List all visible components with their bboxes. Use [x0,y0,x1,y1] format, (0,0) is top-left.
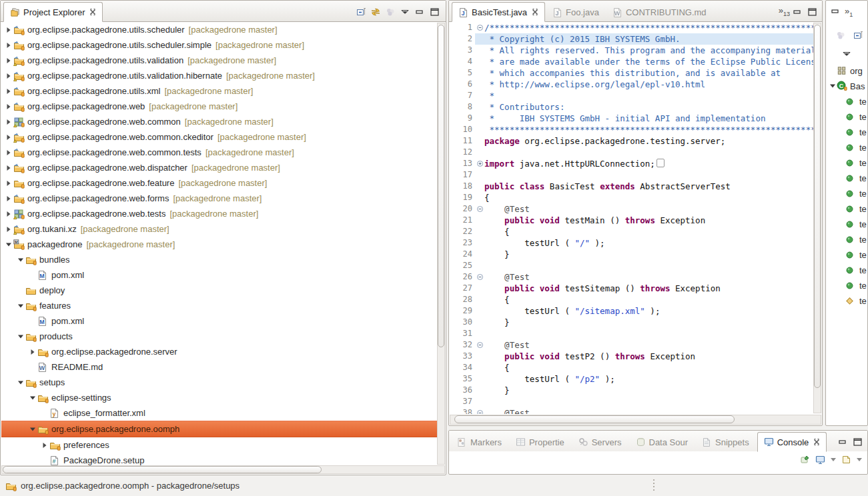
fold-collapse-icon[interactable] [475,271,484,283]
collapsed-arrow-icon[interactable] [4,117,13,127]
collapsed-arrow-icon[interactable] [4,163,13,173]
code-line[interactable]: 8 * Contributors: [450,101,813,113]
sash-drag-handle[interactable] [653,479,655,491]
tree-item[interactable]: eclipse-settings [1,390,437,405]
expanded-arrow-icon[interactable] [16,301,25,311]
tree-item[interactable]: org.eclipse.packagedrone.web.common.test… [1,145,437,160]
fold-expand-icon[interactable] [475,158,484,169]
code-line[interactable]: 22 { [450,226,813,237]
collapsed-arrow-icon[interactable] [16,286,25,295]
tree-item[interactable]: org.eclipse.packagedrone.oomph [1,421,437,437]
expanded-arrow-icon[interactable] [16,332,25,341]
display-console-icon[interactable] [815,455,825,465]
tree-item[interactable]: org.eclipse.packagedrone.utils.validatio… [1,53,437,68]
code-line[interactable]: 36 } [450,385,813,396]
tree-item[interactable]: bundles [1,252,437,267]
collapsed-arrow-icon[interactable] [28,363,37,372]
maximize-icon[interactable] [427,5,442,19]
tree-item[interactable]: org.tukani.xz[packagedrone master] [1,221,437,237]
collapsed-arrow-icon[interactable] [4,56,13,65]
code-line[interactable]: 38 @Test [450,407,813,414]
code-line[interactable]: 7 * [450,90,813,101]
minimize-icon[interactable] [790,5,805,19]
collapsed-arrow-icon[interactable] [4,87,13,96]
view-tab-console[interactable]: Console [757,432,827,452]
code-line[interactable]: 18public class BasicTest extends Abstrac… [450,181,813,192]
tab-project-explorer[interactable]: Project Explorer [3,2,103,22]
code-line[interactable]: 28 { [450,294,813,305]
tree-item[interactable]: org.eclipse.packagedrone.web.dispatcher[… [1,160,437,175]
collapsed-arrow-icon[interactable] [40,409,49,418]
code-line[interactable]: 25 [450,260,813,271]
code-line[interactable]: 1/**************************************… [450,22,813,33]
tree-item[interactable]: org.eclipse.packagedrone.web.feature[pac… [1,175,437,191]
code-line[interactable]: 37 [450,396,813,407]
close-icon[interactable] [532,9,538,15]
close-icon[interactable] [89,9,96,15]
outline-item[interactable]: te [829,247,867,263]
editor-hscroll-thumb[interactable] [454,415,735,423]
outline-item[interactable]: te [829,125,867,140]
more-editors-chevron[interactable]: »13 [779,5,790,17]
editor-tab[interactable]: JFoo.java [546,3,605,21]
collapsed-arrow-icon[interactable] [4,25,13,35]
code-line[interactable]: 29 testUrl ( "/sitemap.xml" ); [450,305,813,317]
expanded-arrow-icon[interactable] [28,393,37,403]
outline-item[interactable]: te [829,94,867,109]
vscroll-thumb[interactable] [438,25,444,347]
fold-collapse-icon[interactable] [475,339,484,351]
editor-tab[interactable]: JBasicTest.java [452,2,545,22]
code-line[interactable]: 11package org.eclipse.packagedrone.testi… [450,135,813,147]
tree-item[interactable]: deploy [1,283,437,298]
collapsed-arrow-icon[interactable] [40,456,49,465]
collapsed-arrow-icon[interactable] [4,71,13,81]
view-tab-servers[interactable]: Servers [572,433,628,451]
code-line[interactable]: 3 * All rights reserved. This program an… [450,45,813,56]
code-line[interactable]: 6 * http://www.eclipse.org/legal/epl-v10… [450,79,813,90]
outline-item[interactable]: te [829,232,867,247]
outline-item[interactable]: te [829,186,867,201]
minimize-icon[interactable] [835,435,850,449]
code-line[interactable]: 10 *************************************… [450,124,813,135]
folded-region-icon[interactable] [657,159,665,167]
tree-item[interactable]: products [1,329,437,344]
close-icon[interactable] [813,439,820,445]
collapsed-arrow-icon[interactable] [4,133,13,142]
tree-item[interactable]: features [1,298,437,313]
code-line[interactable]: 31 [450,328,813,339]
expanded-arrow-icon[interactable] [16,255,25,265]
pin-console-icon[interactable] [800,455,810,465]
code-line[interactable]: 19{ [450,192,813,203]
tree-item[interactable]: org.eclipse.packagedrone.web[packagedron… [1,99,437,114]
tree-item[interactable]: #PackageDrone.setup [1,453,437,465]
code-line[interactable]: 13import java.net.HttpURLConnection; [450,158,813,169]
expanded-arrow-icon[interactable] [16,378,25,387]
code-line[interactable]: 23 testUrl ( "/" ); [450,237,813,249]
fold-collapse-icon[interactable] [475,203,484,215]
code-line[interactable]: 17 [450,169,813,181]
collapsed-arrow-icon[interactable] [4,179,13,188]
outline-item[interactable]: te [829,263,867,278]
outline-item[interactable]: te [829,140,867,155]
code-line[interactable]: 24 } [450,249,813,260]
link-with-editor-icon[interactable] [368,5,383,19]
collapsed-arrow-icon[interactable] [28,347,37,357]
outline-item[interactable]: org [829,63,867,79]
view-menu-icon[interactable] [843,51,851,57]
maximize-icon[interactable] [805,5,819,19]
code-line[interactable]: 9 * IBH SYSTEMS GmbH - initial API and i… [450,113,813,124]
minimize-icon[interactable] [831,8,839,15]
code-line[interactable]: 26 @Test [450,271,813,283]
editor-vscroll-thumb[interactable] [814,25,821,388]
code-line[interactable]: 4 * are made available under the terms o… [450,56,813,67]
collapsed-arrow-icon[interactable] [4,148,13,157]
code-line[interactable]: 5 * which accompanies this distribution,… [450,67,813,79]
view-tab-data-sour[interactable]: Data Sour [630,433,695,451]
view-tab-markers[interactable]: Markers [451,433,508,451]
code-editor[interactable]: 1/**************************************… [450,22,813,414]
tree-item[interactable]: org.eclipse.packagedrone.web.tests[packa… [1,206,437,221]
expanded-arrow-icon[interactable] [28,425,37,434]
collapse-all-icon[interactable] [354,5,368,19]
outline-item[interactable]: te [829,217,867,232]
editor-tab[interactable]: WCONTRIBUTING.md [606,3,713,21]
